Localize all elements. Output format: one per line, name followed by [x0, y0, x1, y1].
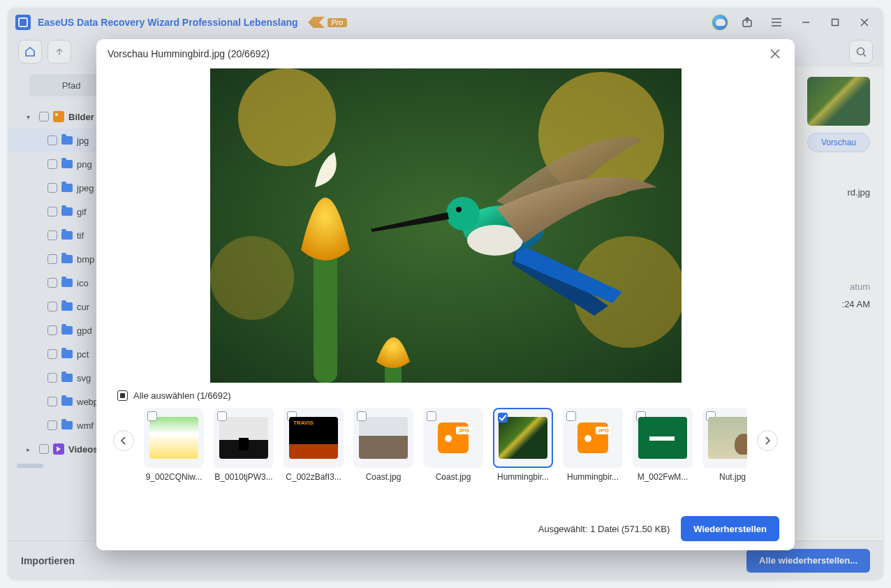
- svg-point-14: [238, 68, 336, 166]
- thumbnail-checkbox[interactable]: [357, 411, 367, 421]
- thumbnail-image: [499, 417, 547, 459]
- thumbnail-caption: Hummingbir...: [567, 472, 619, 482]
- preview-image: [210, 68, 682, 383]
- next-thumb-button[interactable]: [757, 430, 778, 451]
- thumbnail-image: [219, 417, 268, 459]
- thumbnail-item[interactable]: Nut.jpg: [702, 408, 747, 482]
- thumbnail-item[interactable]: Coast.jpg: [423, 408, 483, 482]
- prev-thumb-button[interactable]: [113, 430, 134, 451]
- thumbnail-image: [638, 417, 687, 459]
- thumbnail-caption: 9_002CQNiw...: [146, 472, 202, 482]
- svg-point-23: [456, 207, 462, 212]
- close-icon[interactable]: [767, 45, 783, 62]
- thumbnail-image: [289, 417, 338, 459]
- selected-summary: Ausgewählt: 1 Datei (571.50 KB): [538, 524, 670, 534]
- thumbnail-item[interactable]: Coast.jpg: [353, 408, 413, 482]
- select-all-label: Alle auswählen (1/6692): [133, 390, 230, 401]
- thumbnail-caption: Hummingbir...: [497, 472, 549, 482]
- thumbnail-checkbox[interactable]: [427, 411, 436, 421]
- thumbnail-caption: C_002zBafI3...: [286, 472, 341, 482]
- thumbnail-caption: M_002FwM...: [638, 472, 688, 482]
- recover-button[interactable]: Wiederherstellen: [681, 516, 779, 541]
- jpg-file-icon: [438, 422, 469, 453]
- thumbnail-item[interactable]: Hummingbir...: [493, 408, 553, 482]
- svg-rect-18: [314, 243, 337, 383]
- thumbnail-item[interactable]: C_002zBafI3...: [284, 408, 344, 482]
- thumbnail-item[interactable]: B_0010tjPW3...: [214, 408, 274, 482]
- thumbnail-checkbox[interactable]: [217, 411, 227, 421]
- select-all-checkbox[interactable]: [117, 390, 128, 401]
- preview-modal: Vorschau Hummingbird.jpg (20/6692): [96, 39, 795, 550]
- thumbnail-image: [359, 417, 408, 459]
- thumbnail-caption: Nut.jpg: [719, 472, 746, 482]
- thumbnail-caption: B_0010tjPW3...: [214, 472, 272, 482]
- thumbnail-caption: Coast.jpg: [436, 472, 471, 482]
- thumbnail-image: [708, 417, 747, 459]
- thumbnail-item[interactable]: M_002FwM...: [633, 408, 693, 482]
- jpg-file-icon: [577, 422, 608, 453]
- svg-point-17: [210, 236, 294, 320]
- modal-title: Vorschau Hummingbird.jpg (20/6692): [108, 48, 270, 59]
- thumbnail-image: [149, 417, 198, 459]
- thumbnail-checkbox[interactable]: [566, 411, 576, 421]
- thumbnail-caption: Coast.jpg: [366, 472, 402, 482]
- thumbnail-checkbox[interactable]: [147, 411, 157, 421]
- thumbnail-checkbox[interactable]: [498, 413, 508, 422]
- svg-point-22: [446, 197, 480, 230]
- thumbnail-item[interactable]: Hummingbir...: [563, 408, 623, 482]
- thumbnail-item[interactable]: 9_002CQNiw...: [144, 408, 204, 482]
